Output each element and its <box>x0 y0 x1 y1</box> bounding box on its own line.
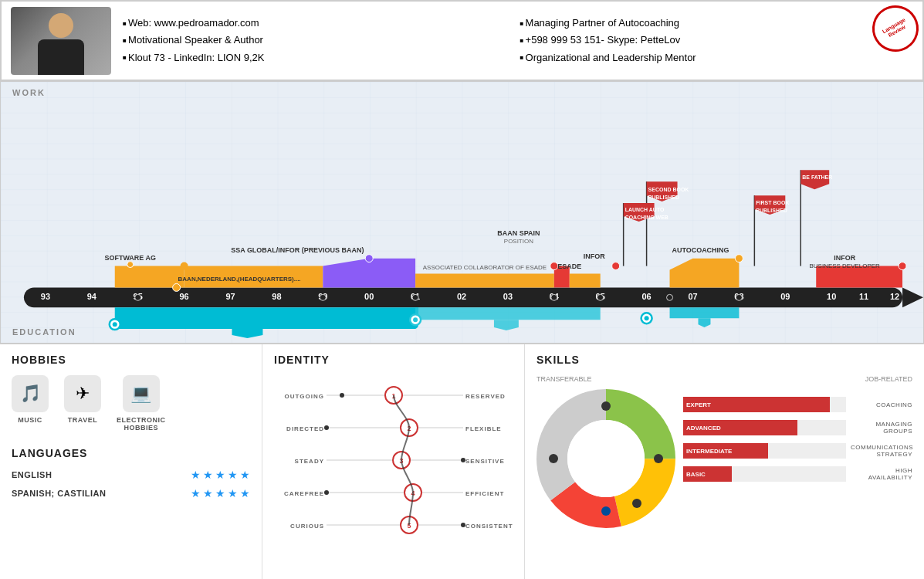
skill-intermediate: INTERMEDIATE COMMUNICATIONS STRATEGY <box>683 443 912 459</box>
svg-text:INFOR: INFOR <box>834 254 855 262</box>
svg-text:12: 12 <box>890 292 899 301</box>
svg-text:DIRECTED: DIRECTED <box>286 425 324 432</box>
svg-point-118 <box>461 458 465 462</box>
high-availability-label: HIGH AVAILABILITY <box>851 467 912 481</box>
music-icon: 🎵 <box>12 375 49 412</box>
svg-text:10: 10 <box>827 292 836 301</box>
travel-icon: ✈ <box>64 375 101 412</box>
svg-text:PUBLISHED: PUBLISHED <box>756 208 787 213</box>
svg-text:94: 94 <box>87 292 97 301</box>
svg-text:SOFTWARE AG: SOFTWARE AG <box>104 254 155 262</box>
svg-point-66 <box>899 262 906 270</box>
role3-info: Organizational and Leadership Mentor <box>520 49 902 66</box>
svg-point-78 <box>135 294 141 300</box>
svg-point-112 <box>324 425 329 430</box>
svg-point-51 <box>127 262 134 268</box>
languages-title: LANGUAGES <box>12 447 250 459</box>
svg-text:CURIOUS: CURIOUS <box>290 523 324 530</box>
svg-point-124 <box>324 490 329 495</box>
svg-text:SSA GLOBAL/INFOR (PREVIOUS BAA: SSA GLOBAL/INFOR (PREVIOUS BAAN) <box>231 246 364 254</box>
svg-point-81 <box>551 294 557 300</box>
svg-text:POSITION: POSITION <box>504 238 533 245</box>
svg-text:CAREFREE: CAREFREE <box>284 490 324 497</box>
svg-marker-30 <box>816 266 902 288</box>
svg-marker-26 <box>415 274 554 288</box>
svg-marker-28 <box>570 274 601 288</box>
timeline-section: WORK EDUCATION 93 94 95 96 97 98 99 00 0… <box>0 81 924 344</box>
svg-text:FLEXIBLE: FLEXIBLE <box>465 425 502 432</box>
job-related-label: JOB-RELATED <box>865 375 912 383</box>
hobby-music: 🎵 MUSIC <box>12 375 49 432</box>
svg-point-140 <box>601 506 611 516</box>
svg-point-53 <box>173 283 181 291</box>
svg-point-84 <box>736 294 742 300</box>
svg-point-106 <box>340 393 344 398</box>
bottom-section: HOBBIES 🎵 MUSIC ✈ TRAVEL 💻 ELECTRONIC HO… <box>0 344 924 579</box>
svg-text:RESERVED: RESERVED <box>465 393 506 400</box>
identity-section: IDENTITY OUTGOING RESERVED 1 DIRECTED FL… <box>262 344 525 579</box>
svg-text:AUTOCOACHING: AUTOCOACHING <box>672 246 729 254</box>
hobbies-title: HOBBIES <box>12 354 250 366</box>
hobbies-icons: 🎵 MUSIC ✈ TRAVEL 💻 ELECTRONIC HOBBIES <box>12 375 250 432</box>
language-english: ENGLISH ★ ★ ★ ★ ★ <box>12 469 250 481</box>
svg-point-55 <box>365 255 373 262</box>
skills-donut-chart <box>536 389 675 528</box>
skills-section: SKILLS TRANSFERABLE JOB-RELATED <box>525 344 924 579</box>
svg-text:PUBLISHED: PUBLISHED <box>648 195 679 200</box>
svg-text:EFFICIENT: EFFICIENT <box>465 490 504 497</box>
svg-point-130 <box>461 523 465 527</box>
language-spanish: SPANISH; CASTILIAN ★ ★ ★ ★ ★ <box>12 487 250 499</box>
role1-info: Motivational Speaker & Author <box>123 32 505 49</box>
svg-text:00: 00 <box>364 292 374 301</box>
svg-point-83 <box>667 294 673 300</box>
header-section: Web: www.pedroamador.com Motivational Sp… <box>0 0 924 81</box>
electronic-icon: 💻 <box>123 375 160 412</box>
header-contact-info: Web: www.pedroamador.com Motivational Sp… <box>111 15 913 66</box>
languages-section: LANGUAGES ENGLISH ★ ★ ★ ★ ★ SPANISH; CAS… <box>12 447 250 499</box>
music-label: MUSIC <box>18 416 42 424</box>
svg-text:CONSISTENT: CONSISTENT <box>465 523 513 530</box>
svg-text:FIRST BOOK: FIRST BOOK <box>756 200 789 205</box>
travel-label: TRAVEL <box>68 416 97 424</box>
skill-advanced: ADVANCED MANAGING GROUPS <box>683 420 912 435</box>
communications-label: COMMUNICATIONS STRATEGY <box>851 444 912 458</box>
svg-point-77 <box>645 316 649 320</box>
svg-point-60 <box>612 262 620 270</box>
skills-content: EXPERT COACHING ADVANCED MANAGING GROUPS <box>536 389 912 528</box>
svg-text:BAAN,NEDERLAND,(HEADQUARTERS).: BAAN,NEDERLAND,(HEADQUARTERS).... <box>178 276 301 283</box>
skills-bars: EXPERT COACHING ADVANCED MANAGING GROUPS <box>683 389 912 528</box>
phone-info: +598 999 53 151- Skype: PetteLov <box>520 32 902 49</box>
skill-basic: BASIC HIGH AVAILABILITY <box>683 466 912 482</box>
svg-text:09: 09 <box>780 292 790 301</box>
spanish-stars: ★ ★ ★ ★ ★ <box>191 487 250 499</box>
hobby-travel: ✈ TRAVEL <box>64 375 101 432</box>
electronic-label: ELECTRONIC HOBBIES <box>117 416 166 432</box>
transferable-label: TRANSFERABLE <box>536 375 592 383</box>
role2-info: Managing Partner of Autocoaching <box>520 15 902 32</box>
svg-text:06: 06 <box>642 292 652 301</box>
svg-point-80 <box>412 294 418 300</box>
skill-expert: EXPERT COACHING <box>683 397 912 412</box>
svg-text:BE FATHER: BE FATHER <box>802 174 832 180</box>
svg-text:SENSITIVE: SENSITIVE <box>465 458 505 465</box>
svg-point-137 <box>567 420 645 497</box>
svg-point-138 <box>601 401 611 411</box>
hobbies-section: HOBBIES 🎵 MUSIC ✈ TRAVEL 💻 ELECTRONIC HO… <box>0 344 262 579</box>
svg-point-70 <box>113 322 117 327</box>
svg-text:LAUNCH AUTO: LAUNCH AUTO <box>625 207 665 212</box>
svg-text:BAAN SPAIN: BAAN SPAIN <box>497 229 540 237</box>
klout-info: Klout 73 - LinkedIn: LION 9,2K <box>123 49 505 66</box>
profile-photo <box>11 7 111 75</box>
hobby-electronic: 💻 ELECTRONIC HOBBIES <box>117 375 166 432</box>
svg-point-79 <box>320 294 326 300</box>
svg-text:93: 93 <box>41 292 50 301</box>
svg-text:02: 02 <box>457 292 466 301</box>
svg-point-63 <box>735 255 743 262</box>
skills-title: SKILLS <box>536 354 912 366</box>
svg-text:STEADY: STEADY <box>295 458 324 465</box>
svg-point-58 <box>550 262 558 270</box>
svg-text:96: 96 <box>180 292 189 301</box>
svg-point-82 <box>597 294 604 300</box>
svg-text:SECOND BOOK: SECOND BOOK <box>648 187 689 192</box>
svg-text:COACHING WEB: COACHING WEB <box>625 215 668 220</box>
